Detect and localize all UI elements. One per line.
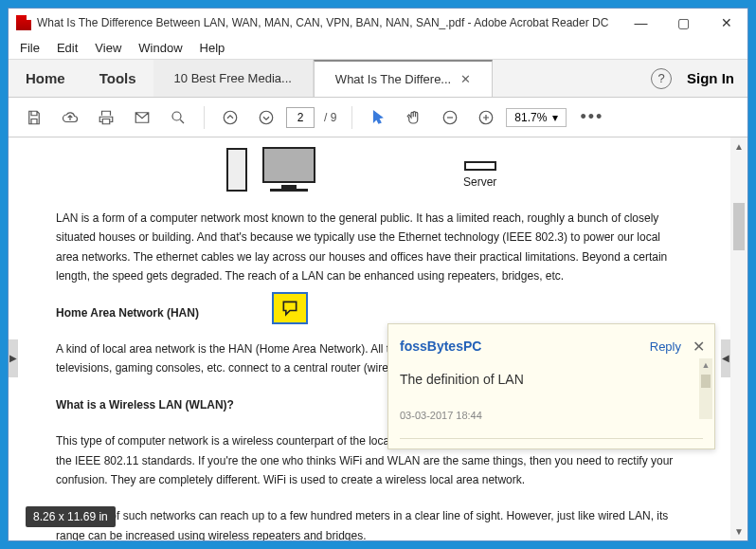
window-title: What Is The Difference Between LAN, WAN,… bbox=[37, 16, 620, 29]
sticky-note-annotation[interactable] bbox=[272, 292, 308, 324]
right-panel-handle[interactable]: ◀ bbox=[721, 339, 730, 377]
zoom-out-icon[interactable] bbox=[434, 101, 466, 134]
svg-point-0 bbox=[172, 112, 181, 120]
comment-text: The definition of LAN bbox=[400, 369, 703, 392]
menu-help[interactable]: Help bbox=[200, 41, 225, 55]
document-page: Server LAN is a form of a computer netwo… bbox=[9, 137, 730, 540]
tab-tools[interactable]: Tools bbox=[82, 60, 153, 97]
page-up-icon[interactable] bbox=[214, 101, 246, 134]
comment-scrollbar[interactable]: ▲ bbox=[699, 358, 712, 419]
help-icon[interactable]: ? bbox=[651, 68, 672, 89]
tab-label: What Is The Differe... bbox=[335, 72, 451, 86]
app-window: What Is The Difference Between LAN, WAN,… bbox=[8, 8, 748, 541]
tabbar: Home Tools 10 Best Free Media... What Is… bbox=[9, 60, 747, 98]
scroll-thumb[interactable] bbox=[733, 203, 745, 250]
comment-timestamp: 03-03-2017 18:44 bbox=[400, 407, 703, 425]
menu-window[interactable]: Window bbox=[138, 41, 182, 55]
chevron-down-icon: ▾ bbox=[552, 111, 558, 124]
vertical-scrollbar[interactable]: ▲ ▼ bbox=[730, 137, 747, 540]
page-dimensions-badge: 8.26 x 11.69 in bbox=[26, 506, 116, 527]
toolbar: / 9 81.7% ▾ ••• bbox=[9, 98, 747, 137]
hand-icon[interactable] bbox=[398, 101, 430, 134]
body-paragraph: The reach of such networks can reach up … bbox=[56, 506, 683, 540]
zoom-select[interactable]: 81.7% ▾ bbox=[506, 108, 567, 127]
save-icon[interactable] bbox=[18, 101, 50, 134]
menu-view[interactable]: View bbox=[95, 41, 121, 55]
comment-popup: fossBytesPC Reply ✕ The definition of LA… bbox=[387, 323, 715, 449]
tab-document-bg[interactable]: 10 Best Free Media... bbox=[153, 60, 314, 97]
pointer-icon[interactable] bbox=[362, 101, 394, 134]
server-label: Server bbox=[463, 173, 496, 192]
titlebar: What Is The Difference Between LAN, WAN,… bbox=[9, 9, 747, 37]
pc-tower-graphic bbox=[226, 148, 247, 192]
tab-home[interactable]: Home bbox=[9, 60, 82, 97]
page-down-icon[interactable] bbox=[250, 101, 282, 134]
svg-point-1 bbox=[224, 111, 237, 124]
page-number-input[interactable] bbox=[286, 107, 315, 128]
more-tools-icon[interactable]: ••• bbox=[570, 107, 613, 127]
illustration: Server bbox=[226, 147, 683, 192]
section-heading: Home Area Network (HAN) bbox=[56, 303, 683, 322]
close-tab-icon[interactable]: ✕ bbox=[460, 72, 471, 86]
server-graphic: Server bbox=[463, 161, 496, 192]
page-total: / 9 bbox=[324, 111, 336, 124]
search-icon[interactable] bbox=[162, 101, 194, 134]
body-paragraph: LAN is a form of a computer network most… bbox=[56, 209, 683, 286]
menubar: File Edit View Window Help bbox=[9, 37, 747, 60]
pdf-app-icon bbox=[16, 15, 31, 30]
comment-close-icon[interactable]: ✕ bbox=[693, 334, 705, 359]
scroll-down-icon[interactable]: ▼ bbox=[734, 522, 744, 540]
tab-label: 10 Best Free Media... bbox=[174, 71, 292, 85]
monitor-graphic bbox=[262, 147, 315, 192]
scroll-up-icon[interactable]: ▲ bbox=[734, 137, 744, 156]
sign-in-link[interactable]: Sign In bbox=[687, 70, 734, 86]
comment-author: fossBytesPC bbox=[400, 336, 650, 358]
menu-file[interactable]: File bbox=[20, 41, 40, 55]
minimize-button[interactable]: — bbox=[620, 9, 662, 37]
menu-edit[interactable]: Edit bbox=[57, 41, 78, 55]
email-icon[interactable] bbox=[126, 101, 158, 134]
svg-point-2 bbox=[260, 111, 273, 124]
content-area: ▶ Server LAN is a form of a computer net… bbox=[9, 137, 747, 540]
cloud-upload-icon[interactable] bbox=[54, 101, 86, 134]
tab-document-active[interactable]: What Is The Differe... ✕ bbox=[314, 60, 493, 97]
comment-reply-link[interactable]: Reply bbox=[650, 337, 681, 357]
close-button[interactable]: ✕ bbox=[705, 9, 747, 37]
maximize-button[interactable]: ▢ bbox=[662, 9, 705, 37]
zoom-in-icon[interactable] bbox=[470, 101, 502, 134]
zoom-value: 81.7% bbox=[514, 111, 547, 124]
print-icon[interactable] bbox=[90, 101, 122, 134]
